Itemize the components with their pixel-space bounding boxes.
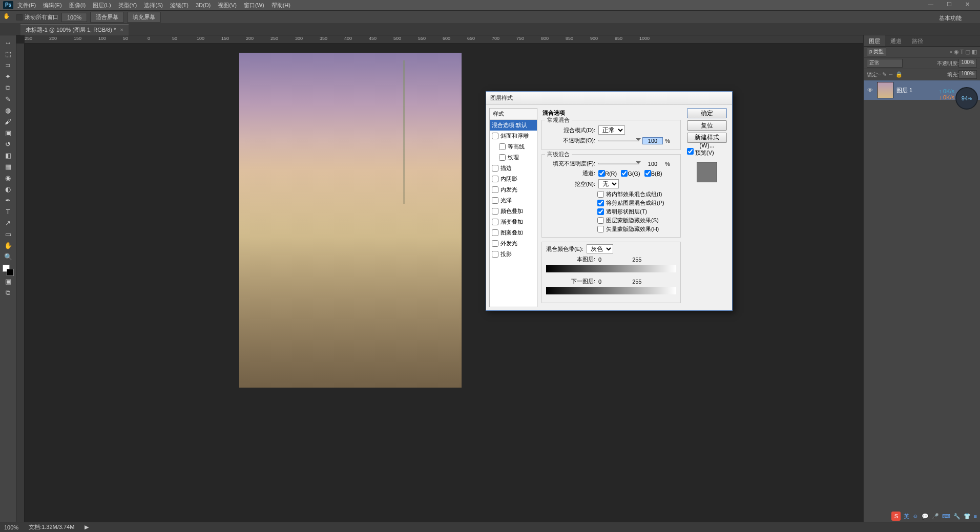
contour-checkbox[interactable]	[499, 143, 506, 150]
close-tab-icon[interactable]: ×	[120, 27, 123, 33]
ime-icon[interactable]: S	[891, 512, 901, 521]
menu-filter[interactable]: 滤镜(T)	[170, 2, 189, 9]
close-icon[interactable]: ✕	[965, 1, 970, 8]
shape-tool[interactable]: ▭	[2, 229, 14, 240]
style-stroke[interactable]: 描边	[490, 163, 537, 174]
inner-glow-checkbox[interactable]	[492, 186, 498, 193]
menu-layer[interactable]: 图层(L)	[93, 2, 111, 9]
fit-screen-button[interactable]: 适合屏幕	[90, 12, 124, 23]
tray-skin-icon[interactable]: 👕	[964, 513, 971, 520]
tray-keyboard-icon[interactable]: ⌨	[942, 513, 950, 520]
lasso-tool[interactable]: ⊃	[2, 60, 14, 71]
layer-thumbnail[interactable]	[877, 82, 893, 98]
style-inner-shadow[interactable]: 内阴影	[490, 174, 537, 184]
channel-b-checkbox[interactable]	[644, 170, 651, 177]
style-gradient-overlay[interactable]: 渐变叠加	[490, 217, 537, 227]
heal-tool[interactable]: ◍	[2, 105, 14, 116]
knockout-dropdown[interactable]: 无	[598, 179, 619, 188]
tray-tool-icon[interactable]: 🔧	[953, 513, 961, 520]
layer-mask-hides-checkbox[interactable]	[597, 217, 604, 224]
menu-file[interactable]: 文件(F)	[17, 2, 36, 9]
style-outer-glow[interactable]: 外发光	[490, 238, 537, 249]
menu-image[interactable]: 图像(I)	[69, 2, 86, 9]
menu-view[interactable]: 视图(V)	[218, 2, 237, 9]
tab-layers[interactable]: 图层	[864, 35, 885, 46]
move-tool[interactable]: ↔	[2, 38, 14, 48]
style-bevel[interactable]: 斜面和浮雕	[490, 131, 537, 141]
menu-select[interactable]: 选择(S)	[144, 2, 163, 9]
channel-g-checkbox[interactable]	[621, 170, 628, 177]
canvas-area[interactable]: 2502001501005005010015020025030035040045…	[16, 35, 863, 527]
underlying-layer-slider[interactable]	[546, 287, 676, 294]
outer-glow-checkbox[interactable]	[492, 240, 498, 247]
blend-if-dropdown[interactable]: 灰色	[587, 244, 613, 253]
this-layer-slider[interactable]	[546, 265, 676, 272]
path-tool[interactable]: ↗	[2, 218, 14, 228]
menu-type[interactable]: 类型(Y)	[118, 2, 137, 9]
cancel-button[interactable]: 复位	[687, 120, 727, 131]
opacity-input[interactable]	[642, 137, 663, 144]
blend-mode-select[interactable]: 正常	[867, 59, 903, 68]
menu-edit[interactable]: 编辑(E)	[43, 2, 62, 9]
blend-clipped-checkbox[interactable]	[597, 200, 604, 206]
color-overlay-checkbox[interactable]	[492, 208, 498, 215]
visibility-icon[interactable]: 👁	[866, 87, 874, 93]
type-tool[interactable]: T	[2, 207, 14, 217]
crop-tool[interactable]: ⧉	[2, 83, 14, 93]
style-contour[interactable]: 等高线	[490, 141, 537, 152]
channel-r-checkbox[interactable]	[598, 170, 605, 177]
style-drop-shadow[interactable]: 投影	[490, 249, 537, 260]
fill-value[interactable]: 100%	[958, 70, 977, 79]
opacity-value[interactable]: 100%	[958, 59, 977, 68]
texture-checkbox[interactable]	[499, 154, 506, 161]
stroke-checkbox[interactable]	[492, 165, 498, 172]
minimize-icon[interactable]: —	[928, 1, 933, 8]
brush-tool[interactable]: 🖌	[2, 117, 14, 127]
status-zoom[interactable]: 100%	[4, 524, 18, 530]
style-inner-glow[interactable]: 内发光	[490, 184, 537, 195]
blend-interior-checkbox[interactable]	[597, 191, 604, 198]
opacity-slider[interactable]	[598, 140, 639, 141]
preview-checkbox[interactable]	[687, 148, 694, 155]
tray-mic-icon[interactable]: 🎤	[932, 513, 939, 520]
layer-filter[interactable]: p 类型	[867, 48, 886, 56]
dodge-tool[interactable]: ◐	[2, 184, 14, 195]
stamp-tool[interactable]: ▣	[2, 128, 14, 138]
eraser-tool[interactable]: ◧	[2, 151, 14, 161]
gradient-tool[interactable]: ▦	[2, 162, 14, 172]
zoom-tool[interactable]: 🔍	[2, 252, 14, 262]
menu-help[interactable]: 帮助(H)	[272, 2, 290, 9]
tray-emoji-icon[interactable]: ☺	[912, 513, 918, 519]
eyedropper-tool[interactable]: ✎	[2, 94, 14, 104]
zoom-value[interactable]: 100%	[61, 13, 87, 22]
document-tab[interactable]: 未标题-1 @ 100% (图层 1, RGB/8) * ×	[20, 24, 129, 35]
blend-mode-dropdown[interactable]: 正常	[598, 125, 625, 135]
inner-shadow-checkbox[interactable]	[492, 176, 498, 182]
language-indicator[interactable]: 英	[904, 513, 909, 520]
style-color-overlay[interactable]: 颜色叠加	[490, 206, 537, 217]
satin-checkbox[interactable]	[492, 197, 498, 204]
transparency-shapes-checkbox[interactable]	[597, 208, 604, 215]
scroll-all-checkbox[interactable]	[16, 14, 23, 20]
style-texture[interactable]: 纹理	[490, 152, 537, 163]
new-style-button[interactable]: 新建样式(W)...	[687, 133, 727, 143]
tray-comment-icon[interactable]: 💬	[922, 513, 929, 520]
tab-channels[interactable]: 通道	[885, 35, 907, 46]
workspace-switcher[interactable]: 基本功能	[939, 14, 962, 22]
blur-tool[interactable]: ◉	[2, 173, 14, 183]
marquee-tool[interactable]: ⬚	[2, 49, 14, 59]
hand-tool[interactable]: ✋	[2, 241, 14, 251]
menu-3d[interactable]: 3D(D)	[196, 2, 211, 8]
pattern-overlay-checkbox[interactable]	[492, 229, 498, 236]
drop-shadow-checkbox[interactable]	[492, 251, 498, 258]
screenmode-tool[interactable]: ⧉	[2, 288, 14, 298]
fill-screen-button[interactable]: 填充屏幕	[127, 12, 161, 23]
color-swatches[interactable]	[3, 265, 14, 276]
style-pattern-overlay[interactable]: 图案叠加	[490, 227, 537, 238]
gradient-overlay-checkbox[interactable]	[492, 219, 498, 225]
fill-opacity-slider[interactable]	[598, 163, 639, 164]
vector-mask-hides-checkbox[interactable]	[597, 226, 604, 232]
menu-window[interactable]: 窗口(W)	[244, 2, 264, 9]
bevel-checkbox[interactable]	[492, 133, 498, 139]
style-blend-options[interactable]: 混合选项:默认	[490, 120, 537, 131]
